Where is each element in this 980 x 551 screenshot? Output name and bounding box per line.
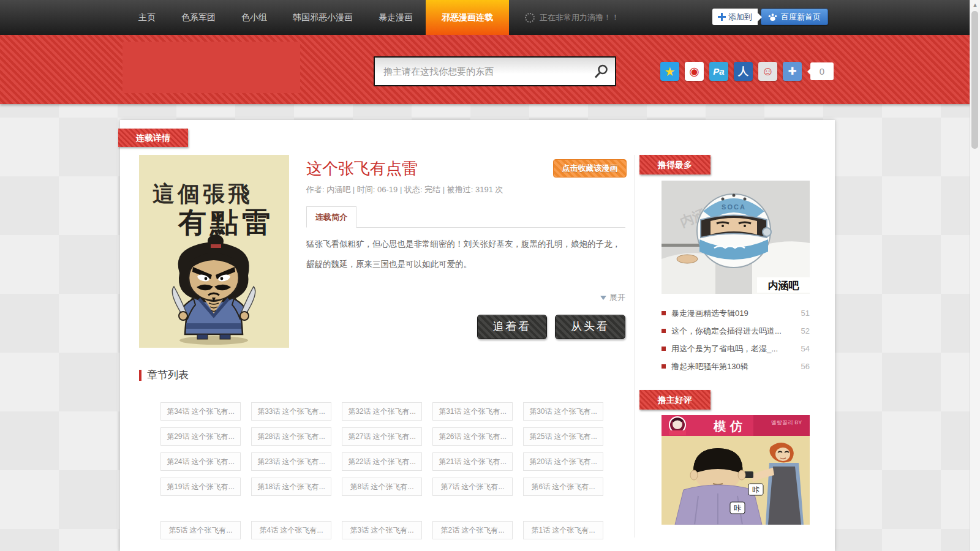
chapter-link[interactable]: 第23话 这个张飞有... bbox=[251, 452, 331, 471]
search-input[interactable] bbox=[375, 66, 593, 77]
list-item[interactable]: 用这个是为了省电吗，老湿_... 54 bbox=[662, 340, 810, 358]
comic-meta: 作者: 内涵吧 | 时间: 06-19 | 状态: 完结 | 被撸过: 3191… bbox=[306, 184, 503, 195]
loading-status: 正在非常用力滴撸！！ bbox=[525, 0, 619, 35]
chapter-link[interactable]: 第2话 这个张飞有... bbox=[432, 521, 513, 539]
nav-tab-active-serial-comics[interactable]: 邪恶漫画连载 bbox=[426, 0, 509, 35]
chapter-link[interactable]: 第21话 这个张飞有... bbox=[432, 452, 513, 471]
most-read-list: 暴走漫画精选专辑019 51 这个，你确定会插得进去吗道... 52 用这个是为… bbox=[662, 304, 810, 375]
comic-description: 猛张飞看似粗犷，但心思也是非常细密的！刘关张好基友，腹黑的孔明，娘炮的子龙，龌龊… bbox=[306, 234, 625, 274]
chapter-list: 第34话 这个张飞有...第33话 这个张飞有...第32话 这个张飞有...第… bbox=[160, 402, 603, 539]
share-count-bubble[interactable]: 0 bbox=[810, 62, 834, 80]
page-title: 这个张飞有点雷 bbox=[306, 158, 418, 179]
chevron-down-icon bbox=[600, 296, 606, 300]
section-badge-praise: 撸主好评 bbox=[639, 390, 710, 410]
paw-icon bbox=[768, 13, 777, 21]
chapter-link[interactable]: 第22话 这个张飞有... bbox=[342, 452, 422, 471]
scrollbar-thumb[interactable] bbox=[971, 11, 978, 149]
chapter-link[interactable]: 第29话 这个张飞有... bbox=[160, 427, 241, 446]
follow-read-button[interactable]: 追着看 bbox=[477, 315, 547, 339]
main-content-card: 连载详情 這個張飛 有點雷 bbox=[120, 120, 835, 551]
chapter-link[interactable]: 第33话 这个张飞有... bbox=[251, 402, 331, 421]
tencent-weibo-icon[interactable]: Pa bbox=[709, 62, 728, 81]
read-count: 52 bbox=[801, 326, 810, 335]
chapter-section-header: 章节列表 bbox=[139, 368, 189, 382]
chapter-link[interactable]: 第26话 这个张飞有... bbox=[432, 427, 513, 446]
chapter-link[interactable]: 第5话 这个张飞有... bbox=[160, 521, 241, 539]
chapter-link[interactable]: 第18话 这个张飞有... bbox=[251, 478, 331, 496]
chapter-link[interactable]: 第1话 这个张飞有... bbox=[523, 521, 603, 539]
arrow-right-icon bbox=[758, 13, 762, 21]
page: 主页色系军团色小组韩国邪恶小漫画暴走漫画 邪恶漫画连载 正在非常用力滴撸！！ 添… bbox=[0, 0, 980, 551]
spinner-icon bbox=[525, 13, 535, 23]
main-nav: 主页色系军团色小组韩国邪恶小漫画暴走漫画 bbox=[126, 0, 426, 35]
chapter-link[interactable]: 第32话 这个张飞有... bbox=[342, 402, 422, 421]
scrollbar-up-arrow[interactable]: ▲ bbox=[970, 2, 980, 8]
nav-link[interactable]: 韩国邪恶小漫画 bbox=[280, 0, 366, 35]
site-logo[interactable] bbox=[123, 42, 300, 93]
most-read-thumbnail[interactable]: 内涵吧 SOCA 内涵吧 bbox=[662, 181, 810, 294]
chapter-link[interactable]: 第6话 这个张飞有... bbox=[523, 478, 603, 496]
svg-text:模仿: 模仿 bbox=[713, 419, 747, 433]
baidu-newtab-button[interactable]: 百度新首页 bbox=[761, 9, 828, 25]
praise-thumbnail[interactable]: 模仿 멜랑꼴리 BY 内涵吧 bbox=[662, 415, 810, 525]
chapter-link[interactable]: 第31话 这个张飞有... bbox=[432, 402, 513, 421]
list-item[interactable]: 这个，你确定会插得进去吗道... 52 bbox=[662, 322, 810, 340]
scrollbar[interactable]: ▲ bbox=[970, 0, 980, 551]
add-to-button[interactable]: 添加到 bbox=[712, 9, 758, 25]
chapter-link[interactable]: 第3话 这个张飞有... bbox=[342, 521, 422, 539]
chapter-link[interactable]: 第19话 这个张飞有... bbox=[160, 478, 241, 496]
nav-link[interactable]: 暴走漫画 bbox=[366, 0, 426, 35]
renren-icon[interactable]: 人 bbox=[734, 62, 753, 81]
read-count: 54 bbox=[801, 344, 810, 353]
svg-text:咔: 咔 bbox=[752, 485, 760, 494]
bullet-icon bbox=[662, 347, 666, 351]
search-icon[interactable] bbox=[593, 64, 609, 80]
loading-status-text: 正在非常用力滴撸！！ bbox=[540, 12, 619, 23]
svg-text:這個張飛: 這個張飛 bbox=[153, 181, 253, 206]
chapter-link[interactable]: 第20话 这个张飞有... bbox=[523, 452, 603, 471]
bullet-icon bbox=[662, 329, 666, 333]
tab-serial-intro[interactable]: 连载简介 bbox=[306, 206, 356, 228]
comic-cover-image[interactable]: 這個張飛 有點雷 bbox=[139, 155, 289, 348]
site-header-banner: ★ ◉ Pa 人 ☺ ✚ 0 bbox=[0, 35, 980, 104]
section-badge-detail: 连载详情 bbox=[118, 129, 188, 147]
chapter-link[interactable]: 第8话 这个张飞有... bbox=[342, 478, 422, 496]
chapter-link[interactable]: 第25话 这个张飞有... bbox=[523, 427, 603, 446]
svg-text:SOCA: SOCA bbox=[722, 203, 746, 211]
chapter-link[interactable]: 第28话 这个张飞有... bbox=[251, 427, 331, 446]
social-share-bar: ★ ◉ Pa 人 ☺ ✚ 0 bbox=[660, 62, 834, 81]
bullet-icon bbox=[662, 311, 666, 315]
chapter-link[interactable]: 第27话 这个张飞有... bbox=[342, 427, 422, 446]
list-item[interactable]: 撸起来吧骚年第130辑 56 bbox=[662, 358, 810, 375]
chapter-link[interactable]: 第24话 这个张飞有... bbox=[160, 452, 241, 471]
nav-link[interactable]: 主页 bbox=[126, 0, 168, 35]
read-from-start-button[interactable]: 从头看 bbox=[555, 315, 625, 339]
search-box bbox=[374, 56, 616, 86]
qzone-icon[interactable]: ★ bbox=[660, 62, 679, 81]
read-count: 56 bbox=[801, 362, 810, 371]
browser-promo-buttons: 添加到 百度新首页 bbox=[712, 9, 828, 25]
section-marker bbox=[139, 370, 141, 381]
nav-link[interactable]: 色小组 bbox=[228, 0, 280, 35]
svg-text:멜랑꼴리 BY: 멜랑꼴리 BY bbox=[771, 419, 802, 425]
expand-toggle[interactable]: 展开 bbox=[600, 292, 625, 303]
share-more-icon[interactable]: ✚ bbox=[783, 62, 802, 81]
nav-link[interactable]: 色系军团 bbox=[168, 0, 228, 35]
chapter-link[interactable]: 第4话 这个张飞有... bbox=[251, 521, 331, 539]
chapter-link[interactable]: 第7话 这个张飞有... bbox=[432, 478, 513, 496]
sina-weibo-icon[interactable]: ◉ bbox=[685, 62, 704, 81]
svg-text:有點雷: 有點雷 bbox=[178, 206, 274, 239]
intro-tabbar: 连载简介 bbox=[306, 206, 625, 228]
top-navigation: 主页色系军团色小组韩国邪恶小漫画暴走漫画 邪恶漫画连载 正在非常用力滴撸！！ bbox=[0, 0, 980, 35]
chapter-link[interactable]: 第30话 这个张飞有... bbox=[523, 402, 603, 421]
list-item[interactable]: 暴走漫画精选专辑019 51 bbox=[662, 304, 810, 322]
svg-text:内涵吧: 内涵吧 bbox=[768, 280, 800, 291]
favorite-button[interactable]: 点击收藏该漫画 bbox=[553, 159, 627, 178]
bullet-icon bbox=[662, 364, 666, 369]
chapter-link[interactable]: 第34话 这个张飞有... bbox=[160, 402, 241, 421]
svg-text:咔: 咔 bbox=[734, 504, 741, 512]
read-count: 51 bbox=[801, 309, 810, 318]
section-badge-most-read: 撸得最多 bbox=[639, 155, 710, 174]
kaixin-icon[interactable]: ☺ bbox=[758, 62, 777, 81]
plus-icon bbox=[718, 13, 726, 21]
